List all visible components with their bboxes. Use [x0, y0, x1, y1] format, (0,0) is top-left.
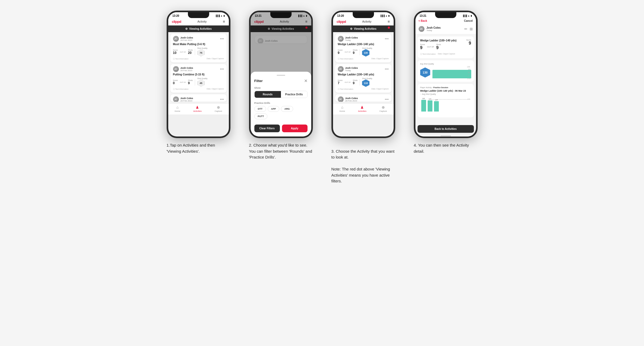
notch-3: [353, 12, 374, 18]
status-icons-3: ▐▐▐ ▲ ▮: [380, 15, 389, 17]
activity-list-3: JC Josh Coles Today ••• Wedge Ladder (10…: [333, 32, 394, 103]
toggle-practice-drills[interactable]: Practice Drills: [281, 91, 307, 98]
detail-content: Wedge Ladder (100–140 yds) Score 9 OUT O…: [415, 34, 476, 125]
shots-val-1-1: 20: [188, 51, 193, 55]
menu-icon-3[interactable]: ≡: [388, 19, 390, 24]
chip-putt[interactable]: PUTT: [254, 113, 268, 119]
apply-button[interactable]: Apply: [282, 125, 308, 132]
detail-user-info: Josh Coles Today: [427, 26, 441, 32]
score-group-1-2: Score 0: [173, 79, 178, 85]
tab-home-1[interactable]: ⌂ Home: [175, 105, 180, 112]
card-footer-1-1: ⓘ Test Information Data: Clippd Capture: [173, 58, 224, 60]
card-dots-1-2[interactable]: •••: [220, 67, 224, 71]
app-nav-1: clippd Activity ≡: [168, 18, 229, 25]
notch-4: [435, 12, 456, 18]
phone-col-4: 13:21 ▐▐▐ ▲ ▮ < Back Cancel JC: [409, 11, 483, 154]
detail-avg-quality-card: Avg Shot Quality 130 130 APP: [418, 60, 474, 82]
chip-ott[interactable]: OTT: [254, 106, 266, 112]
screen-3: 13:20 ▐▐▐ ▲ ▮ clippd Activity ≡ ⚙ View: [333, 12, 394, 136]
back-button[interactable]: < Back: [419, 19, 427, 22]
filter-close-icon[interactable]: ✕: [304, 78, 308, 83]
detail-chart-card: Player Activity › Practice Session Wedge…: [418, 84, 474, 117]
expand-icon[interactable]: ⊞: [470, 27, 473, 31]
tab-home-3[interactable]: ⌂ Home: [339, 105, 345, 112]
activity-card-1-1[interactable]: JC Josh Coles 28 Feb 2023 ••• Must Make …: [170, 34, 227, 62]
status-time-3: 13:20: [337, 14, 344, 17]
card-header-1-2: JC Josh Coles 28 Feb 2023 •••: [173, 66, 224, 72]
bar-3: [434, 101, 439, 112]
toggle-rounds[interactable]: Rounds: [255, 91, 281, 98]
battery-icon: ▮: [224, 15, 225, 17]
activity-card-3-1[interactable]: JC Josh Coles Today ••• Wedge Ladder (10…: [335, 34, 392, 62]
clear-filters-button[interactable]: Clear Filters: [254, 125, 280, 132]
filter-title: Filter: [254, 79, 263, 83]
cancel-button[interactable]: Cancel: [464, 19, 473, 22]
activity-card-3-2[interactable]: JC Josh Coles Today ••• Wedge Ladder (10…: [335, 64, 392, 93]
wifi-icon: ▲: [221, 15, 223, 17]
edit-icon[interactable]: ✏: [464, 27, 468, 31]
shots-label-1-1: Shots: [188, 49, 193, 51]
detail-nav: < Back Cancel: [415, 18, 476, 24]
detail-stats-card: Wedge Ladder (100–140 yds) Score 9 OUT O…: [418, 36, 474, 58]
activity-card-1-2[interactable]: JC Josh Coles 28 Feb 2023 ••• Putting Co…: [170, 64, 227, 93]
viewing-banner-3[interactable]: ⚙ Viewing Activities: [333, 25, 394, 32]
banner-icon-1: ⚙: [185, 27, 188, 30]
detail-user-row: JC Josh Coles Today ✏ ⊞: [415, 24, 476, 34]
screen-4: 13:21 ▐▐▐ ▲ ▮ < Back Cancel JC: [415, 12, 476, 136]
detail-user-date: Today: [427, 29, 441, 32]
user-name-1-2: Josh Coles: [180, 67, 193, 69]
wifi-icon-4: ▲: [468, 15, 470, 17]
red-dot-3: [388, 27, 390, 29]
banner-text-3: Viewing Activities: [354, 27, 376, 30]
phones-row: 13:20 ▐▐▐ ▲ ▮ clippd Activity ≡ ⚙ View: [161, 11, 483, 184]
battery-icon-4: ▮: [471, 15, 472, 17]
back-to-activities-button[interactable]: Back to Activities: [418, 125, 474, 133]
filter-toggle-row: Rounds Practice Drills: [254, 91, 308, 98]
sq-label-1-1: Shot Quality: [197, 47, 207, 49]
out-label-1-1: OUT OF: [180, 51, 186, 53]
tab-activities-1[interactable]: ♟ Activities: [193, 105, 202, 112]
caption-3: 3. Choose the Activity that you want to …: [331, 142, 395, 184]
caption-2: 2. Choose what you'd like to see. You ca…: [249, 142, 313, 160]
phone-1: 13:20 ▐▐▐ ▲ ▮ clippd Activity ≡ ⚙ View: [167, 11, 230, 138]
card-user-1-1: JC Josh Coles 28 Feb 2023: [173, 36, 193, 42]
capture-icon-1: ⊕: [217, 105, 220, 109]
filter-header: Filter ✕: [254, 78, 308, 83]
tab-home-label-1: Home: [175, 110, 180, 112]
card-dots-1-1[interactable]: •••: [220, 37, 224, 41]
wifi-icon-3: ▲: [385, 15, 388, 17]
chip-app[interactable]: APP: [268, 106, 280, 112]
caption-4: 4. You can then see the Activity detail.: [414, 142, 478, 154]
app-logo-3: clippd: [337, 20, 346, 24]
card-title-1-2: Putting Combine (3-15 ft): [173, 73, 224, 76]
hex-shape-1-1: 75: [197, 49, 205, 57]
card-user-1-2: JC Josh Coles 28 Feb 2023: [173, 66, 193, 72]
user-date-1-2: 28 Feb 2023: [180, 69, 193, 72]
tab-capture-3[interactable]: ⊕ Capture: [380, 105, 387, 112]
menu-icon-1[interactable]: ≡: [223, 19, 225, 24]
card-user-info-1-1: Josh Coles 28 Feb 2023: [180, 36, 193, 41]
app-nav-3: clippd Activity ≡: [333, 18, 394, 25]
detail-avatar: JC: [419, 26, 424, 32]
banner-icon-3: ⚙: [350, 27, 352, 30]
filter-actions: Clear Filters Apply: [254, 125, 308, 132]
detail-card-title: Wedge Ladder (100–140 yds): [420, 39, 457, 42]
card-stats-1-1: Score 10 OUT OF Shots 20: [173, 47, 224, 57]
home-indicator: [440, 135, 451, 136]
app-nav-title-3: Activity: [362, 20, 372, 23]
activity-card-1-3[interactable]: JC Josh Coles 28 Feb 2023 •••: [170, 94, 227, 102]
detail-user-actions: ✏ ⊞: [464, 27, 473, 31]
card-stats-1-2: Score 0 OUT OF Shots 9: [173, 78, 224, 87]
tab-activities-3[interactable]: ♟ Activities: [358, 105, 367, 112]
show-label: Show: [254, 87, 308, 89]
practice-drills-label: Practice Drills: [254, 102, 308, 104]
score-label-1-1: Score: [173, 49, 178, 51]
chip-arg[interactable]: ARG: [281, 106, 293, 112]
phone-2: 13:21 ▐▐▐ ▲ ▮ clippd Activity ≡ ⚙ View: [249, 11, 313, 138]
activity-card-3-3[interactable]: JC Josh Coles 28 Feb 2023 •••: [335, 94, 392, 102]
viewing-banner-1[interactable]: ⚙ Viewing Activities: [168, 25, 229, 32]
chart-bar-1: [432, 70, 471, 78]
status-time-4: 13:21: [420, 14, 427, 17]
signal-icon-4: ▐▐▐: [462, 15, 467, 17]
tab-capture-1[interactable]: ⊕ Capture: [215, 105, 222, 112]
